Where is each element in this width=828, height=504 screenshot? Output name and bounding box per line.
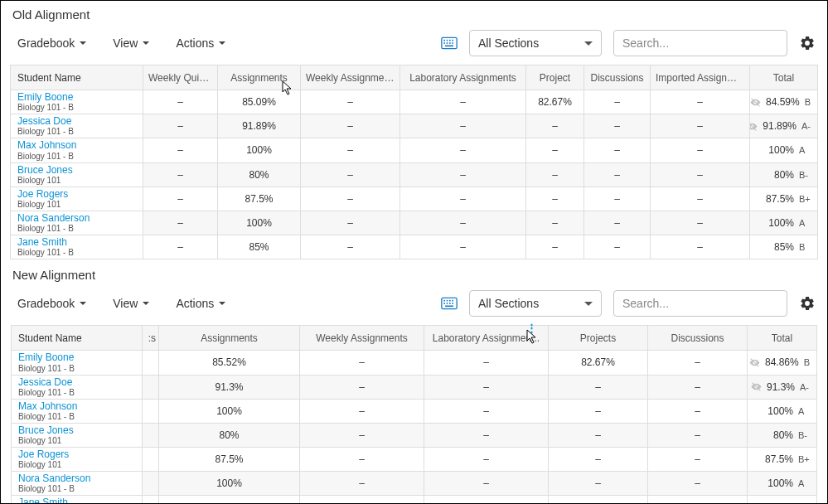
grade-cell[interactable]: –: [143, 90, 218, 114]
grade-cell[interactable]: –: [549, 496, 648, 504]
col-header[interactable]: Total: [750, 65, 818, 90]
grade-cell[interactable]: –: [300, 399, 424, 423]
grade-cell[interactable]: –: [648, 399, 748, 423]
grade-cell[interactable]: [143, 448, 159, 472]
grade-cell[interactable]: –: [300, 423, 424, 447]
grade-cell[interactable]: –: [549, 399, 648, 423]
view-menu[interactable]: View: [108, 293, 154, 313]
actions-menu[interactable]: Actions: [171, 33, 230, 53]
student-link[interactable]: Nora Sanderson: [18, 473, 135, 484]
grade-cell[interactable]: –: [424, 472, 549, 496]
student-link[interactable]: Max Johnson: [17, 140, 136, 151]
grade-cell[interactable]: –: [648, 496, 748, 504]
grade-cell[interactable]: –: [526, 211, 584, 235]
sections-select[interactable]: All Sections: [469, 290, 602, 317]
grade-cell[interactable]: –: [301, 235, 400, 259]
grade-cell[interactable]: –: [648, 472, 748, 496]
grade-cell[interactable]: –: [400, 211, 526, 235]
grade-cell[interactable]: 91.3%: [159, 375, 300, 399]
col-header[interactable]: :s: [143, 326, 159, 351]
grade-cell[interactable]: –: [143, 114, 218, 138]
grade-cell[interactable]: –: [549, 448, 648, 472]
col-header[interactable]: Projects: [549, 326, 648, 351]
sections-select[interactable]: All Sections: [469, 30, 602, 56]
grade-cell[interactable]: –: [143, 235, 218, 259]
grade-cell[interactable]: –: [300, 351, 424, 375]
grade-cell[interactable]: –: [526, 235, 584, 259]
student-link[interactable]: Bruce Jones: [18, 425, 135, 436]
grade-cell[interactable]: –: [648, 448, 748, 472]
grade-cell[interactable]: –: [549, 375, 648, 399]
grade-cell[interactable]: –: [301, 187, 400, 211]
gradebook-menu[interactable]: Gradebook: [12, 33, 91, 53]
grade-cell[interactable]: –: [300, 375, 424, 399]
grade-cell[interactable]: –: [400, 162, 526, 187]
grade-cell[interactable]: 87.5%: [159, 448, 300, 472]
grade-cell[interactable]: –: [143, 187, 218, 211]
grade-cell[interactable]: –: [400, 114, 526, 138]
grade-cell[interactable]: –: [424, 448, 549, 472]
grade-cell[interactable]: –: [301, 114, 400, 138]
student-link[interactable]: Max Johnson: [18, 401, 135, 412]
grade-cell[interactable]: –: [424, 496, 549, 504]
col-header[interactable]: Total: [748, 326, 817, 351]
col-header[interactable]: Weekly Assignments: [301, 65, 400, 90]
grade-cell[interactable]: –: [584, 235, 651, 259]
grade-cell[interactable]: –: [424, 375, 549, 399]
col-header[interactable]: Project: [526, 65, 584, 90]
student-link[interactable]: Emily Boone: [17, 92, 136, 103]
grade-cell[interactable]: 80%: [159, 423, 300, 447]
grade-cell[interactable]: –: [584, 162, 651, 187]
student-link[interactable]: Jane Smith: [18, 497, 135, 504]
student-link[interactable]: Nora Sanderson: [17, 213, 136, 224]
grade-cell[interactable]: –: [526, 138, 584, 162]
grade-cell[interactable]: –: [648, 351, 748, 375]
column-menu-icon[interactable]: ⋮: [526, 322, 536, 334]
col-header[interactable]: Weekly Quizzes: [143, 65, 218, 90]
gear-icon[interactable]: [799, 295, 816, 312]
grade-cell[interactable]: –: [584, 187, 651, 211]
grade-cell[interactable]: 100%: [159, 399, 300, 423]
keyboard-icon[interactable]: [441, 36, 458, 50]
grade-cell[interactable]: –: [648, 375, 748, 399]
grade-cell[interactable]: –: [400, 235, 526, 259]
grade-cell[interactable]: –: [549, 472, 648, 496]
grade-cell[interactable]: –: [584, 211, 651, 235]
grade-cell[interactable]: –: [424, 423, 549, 447]
col-header[interactable]: Imported Assignments: [651, 65, 750, 90]
grade-cell[interactable]: [143, 351, 159, 375]
grade-cell[interactable]: 91.89%: [218, 114, 301, 138]
student-link[interactable]: Emily Boone: [18, 352, 135, 363]
grade-cell[interactable]: –: [400, 90, 526, 114]
grade-cell[interactable]: [143, 399, 159, 423]
grade-cell[interactable]: –: [584, 90, 651, 114]
grade-cell[interactable]: –: [143, 138, 218, 162]
gradebook-menu[interactable]: Gradebook: [12, 293, 91, 313]
grade-cell[interactable]: –: [526, 187, 584, 211]
actions-menu[interactable]: Actions: [171, 293, 230, 313]
grade-cell[interactable]: 85.52%: [159, 351, 300, 375]
grade-cell[interactable]: –: [651, 235, 750, 259]
grade-cell[interactable]: [143, 496, 159, 504]
grade-cell[interactable]: –: [300, 472, 424, 496]
grade-cell[interactable]: –: [300, 496, 424, 504]
grade-cell[interactable]: 100%: [159, 472, 300, 496]
grade-cell[interactable]: –: [143, 162, 218, 187]
student-link[interactable]: Joe Rogers: [18, 449, 135, 460]
grade-cell[interactable]: –: [300, 448, 424, 472]
col-header[interactable]: Laboratory Assignments: [400, 65, 526, 90]
grade-cell[interactable]: –: [651, 90, 750, 114]
student-link[interactable]: Jessica Doe: [17, 116, 136, 127]
student-link[interactable]: Joe Rogers: [17, 189, 136, 200]
grade-cell[interactable]: –: [651, 211, 750, 235]
grade-cell[interactable]: –: [651, 187, 750, 211]
grade-cell[interactable]: –: [143, 211, 218, 235]
student-link[interactable]: Jessica Doe: [18, 377, 135, 388]
search-input[interactable]: [613, 290, 787, 317]
grade-cell[interactable]: –: [424, 351, 549, 375]
grade-cell[interactable]: 82.67%: [549, 351, 648, 375]
student-link[interactable]: Jane Smith: [17, 237, 136, 248]
gear-icon[interactable]: [799, 35, 816, 51]
view-menu[interactable]: View: [108, 33, 154, 53]
keyboard-icon[interactable]: [441, 297, 458, 310]
